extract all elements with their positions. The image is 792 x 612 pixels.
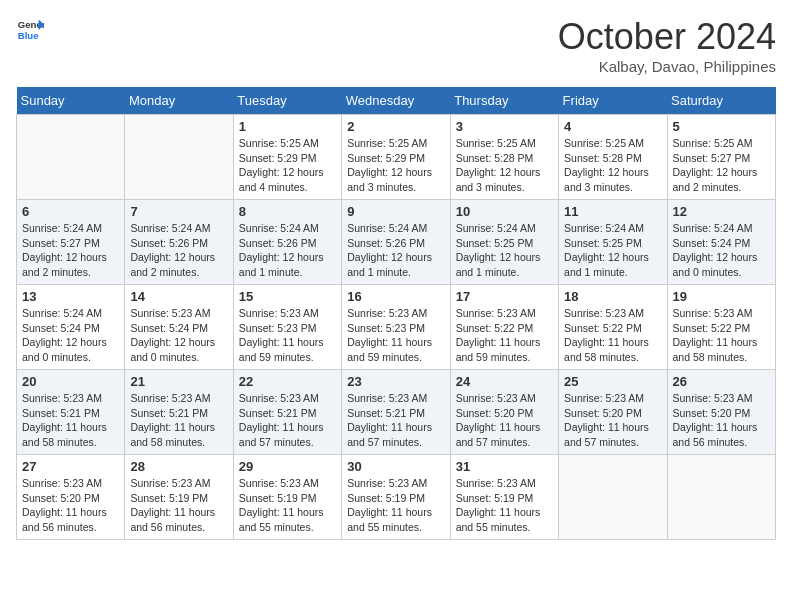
title-block: October 2024 Kalbay, Davao, Philippines [558, 16, 776, 75]
day-number: 23 [347, 374, 444, 389]
calendar-cell: 16Sunrise: 5:23 AMSunset: 5:23 PMDayligh… [342, 285, 450, 370]
calendar-cell: 10Sunrise: 5:24 AMSunset: 5:25 PMDayligh… [450, 200, 558, 285]
day-info: Sunrise: 5:23 AMSunset: 5:22 PMDaylight:… [564, 306, 661, 365]
day-info: Sunrise: 5:23 AMSunset: 5:19 PMDaylight:… [239, 476, 336, 535]
weekday-header-cell: Saturday [667, 87, 775, 115]
weekday-header-row: SundayMondayTuesdayWednesdayThursdayFrid… [17, 87, 776, 115]
calendar-cell: 11Sunrise: 5:24 AMSunset: 5:25 PMDayligh… [559, 200, 667, 285]
calendar-cell: 17Sunrise: 5:23 AMSunset: 5:22 PMDayligh… [450, 285, 558, 370]
day-number: 6 [22, 204, 119, 219]
calendar-cell: 23Sunrise: 5:23 AMSunset: 5:21 PMDayligh… [342, 370, 450, 455]
day-number: 19 [673, 289, 770, 304]
day-info: Sunrise: 5:23 AMSunset: 5:20 PMDaylight:… [564, 391, 661, 450]
day-number: 26 [673, 374, 770, 389]
svg-text:Blue: Blue [18, 30, 39, 41]
day-number: 30 [347, 459, 444, 474]
calendar-cell: 30Sunrise: 5:23 AMSunset: 5:19 PMDayligh… [342, 455, 450, 540]
day-number: 17 [456, 289, 553, 304]
day-info: Sunrise: 5:24 AMSunset: 5:24 PMDaylight:… [673, 221, 770, 280]
day-info: Sunrise: 5:23 AMSunset: 5:22 PMDaylight:… [456, 306, 553, 365]
day-number: 22 [239, 374, 336, 389]
logo-icon: General Blue [16, 16, 44, 44]
calendar-body: 1Sunrise: 5:25 AMSunset: 5:29 PMDaylight… [17, 115, 776, 540]
day-info: Sunrise: 5:23 AMSunset: 5:20 PMDaylight:… [456, 391, 553, 450]
calendar-cell: 13Sunrise: 5:24 AMSunset: 5:24 PMDayligh… [17, 285, 125, 370]
day-info: Sunrise: 5:23 AMSunset: 5:22 PMDaylight:… [673, 306, 770, 365]
day-info: Sunrise: 5:24 AMSunset: 5:25 PMDaylight:… [564, 221, 661, 280]
day-info: Sunrise: 5:25 AMSunset: 5:27 PMDaylight:… [673, 136, 770, 195]
calendar-cell: 18Sunrise: 5:23 AMSunset: 5:22 PMDayligh… [559, 285, 667, 370]
day-info: Sunrise: 5:23 AMSunset: 5:21 PMDaylight:… [22, 391, 119, 450]
day-info: Sunrise: 5:24 AMSunset: 5:24 PMDaylight:… [22, 306, 119, 365]
day-number: 5 [673, 119, 770, 134]
day-info: Sunrise: 5:24 AMSunset: 5:27 PMDaylight:… [22, 221, 119, 280]
calendar-cell: 6Sunrise: 5:24 AMSunset: 5:27 PMDaylight… [17, 200, 125, 285]
calendar-cell: 31Sunrise: 5:23 AMSunset: 5:19 PMDayligh… [450, 455, 558, 540]
day-info: Sunrise: 5:24 AMSunset: 5:25 PMDaylight:… [456, 221, 553, 280]
day-info: Sunrise: 5:23 AMSunset: 5:20 PMDaylight:… [673, 391, 770, 450]
day-info: Sunrise: 5:25 AMSunset: 5:28 PMDaylight:… [564, 136, 661, 195]
day-number: 21 [130, 374, 227, 389]
day-number: 25 [564, 374, 661, 389]
calendar-cell: 26Sunrise: 5:23 AMSunset: 5:20 PMDayligh… [667, 370, 775, 455]
day-info: Sunrise: 5:24 AMSunset: 5:26 PMDaylight:… [347, 221, 444, 280]
weekday-header-cell: Friday [559, 87, 667, 115]
day-number: 31 [456, 459, 553, 474]
day-info: Sunrise: 5:23 AMSunset: 5:24 PMDaylight:… [130, 306, 227, 365]
month-title: October 2024 [558, 16, 776, 58]
weekday-header-cell: Sunday [17, 87, 125, 115]
calendar-cell [667, 455, 775, 540]
calendar-cell [559, 455, 667, 540]
weekday-header-cell: Wednesday [342, 87, 450, 115]
day-info: Sunrise: 5:23 AMSunset: 5:19 PMDaylight:… [347, 476, 444, 535]
day-number: 11 [564, 204, 661, 219]
day-info: Sunrise: 5:25 AMSunset: 5:28 PMDaylight:… [456, 136, 553, 195]
calendar-cell: 12Sunrise: 5:24 AMSunset: 5:24 PMDayligh… [667, 200, 775, 285]
calendar-week-row: 1Sunrise: 5:25 AMSunset: 5:29 PMDaylight… [17, 115, 776, 200]
day-info: Sunrise: 5:24 AMSunset: 5:26 PMDaylight:… [130, 221, 227, 280]
day-number: 2 [347, 119, 444, 134]
day-number: 29 [239, 459, 336, 474]
calendar-cell: 9Sunrise: 5:24 AMSunset: 5:26 PMDaylight… [342, 200, 450, 285]
day-number: 18 [564, 289, 661, 304]
day-info: Sunrise: 5:24 AMSunset: 5:26 PMDaylight:… [239, 221, 336, 280]
day-number: 8 [239, 204, 336, 219]
day-info: Sunrise: 5:23 AMSunset: 5:21 PMDaylight:… [239, 391, 336, 450]
logo: General Blue [16, 16, 44, 44]
calendar-cell: 15Sunrise: 5:23 AMSunset: 5:23 PMDayligh… [233, 285, 341, 370]
day-number: 14 [130, 289, 227, 304]
calendar-week-row: 20Sunrise: 5:23 AMSunset: 5:21 PMDayligh… [17, 370, 776, 455]
day-number: 27 [22, 459, 119, 474]
day-number: 15 [239, 289, 336, 304]
calendar-cell: 27Sunrise: 5:23 AMSunset: 5:20 PMDayligh… [17, 455, 125, 540]
day-number: 10 [456, 204, 553, 219]
day-info: Sunrise: 5:23 AMSunset: 5:21 PMDaylight:… [130, 391, 227, 450]
day-number: 3 [456, 119, 553, 134]
day-info: Sunrise: 5:25 AMSunset: 5:29 PMDaylight:… [347, 136, 444, 195]
calendar-cell: 1Sunrise: 5:25 AMSunset: 5:29 PMDaylight… [233, 115, 341, 200]
day-info: Sunrise: 5:23 AMSunset: 5:19 PMDaylight:… [130, 476, 227, 535]
day-number: 13 [22, 289, 119, 304]
calendar-cell: 22Sunrise: 5:23 AMSunset: 5:21 PMDayligh… [233, 370, 341, 455]
calendar-week-row: 6Sunrise: 5:24 AMSunset: 5:27 PMDaylight… [17, 200, 776, 285]
calendar-cell: 8Sunrise: 5:24 AMSunset: 5:26 PMDaylight… [233, 200, 341, 285]
calendar-cell: 21Sunrise: 5:23 AMSunset: 5:21 PMDayligh… [125, 370, 233, 455]
weekday-header-cell: Tuesday [233, 87, 341, 115]
day-number: 7 [130, 204, 227, 219]
calendar-cell: 14Sunrise: 5:23 AMSunset: 5:24 PMDayligh… [125, 285, 233, 370]
location: Kalbay, Davao, Philippines [558, 58, 776, 75]
calendar-cell: 3Sunrise: 5:25 AMSunset: 5:28 PMDaylight… [450, 115, 558, 200]
calendar-cell: 19Sunrise: 5:23 AMSunset: 5:22 PMDayligh… [667, 285, 775, 370]
day-info: Sunrise: 5:23 AMSunset: 5:20 PMDaylight:… [22, 476, 119, 535]
calendar-cell: 29Sunrise: 5:23 AMSunset: 5:19 PMDayligh… [233, 455, 341, 540]
calendar-cell [125, 115, 233, 200]
calendar-cell: 5Sunrise: 5:25 AMSunset: 5:27 PMDaylight… [667, 115, 775, 200]
day-info: Sunrise: 5:23 AMSunset: 5:19 PMDaylight:… [456, 476, 553, 535]
day-info: Sunrise: 5:23 AMSunset: 5:23 PMDaylight:… [347, 306, 444, 365]
calendar-cell [17, 115, 125, 200]
calendar-cell: 20Sunrise: 5:23 AMSunset: 5:21 PMDayligh… [17, 370, 125, 455]
day-info: Sunrise: 5:23 AMSunset: 5:23 PMDaylight:… [239, 306, 336, 365]
day-number: 12 [673, 204, 770, 219]
day-info: Sunrise: 5:25 AMSunset: 5:29 PMDaylight:… [239, 136, 336, 195]
calendar-cell: 7Sunrise: 5:24 AMSunset: 5:26 PMDaylight… [125, 200, 233, 285]
